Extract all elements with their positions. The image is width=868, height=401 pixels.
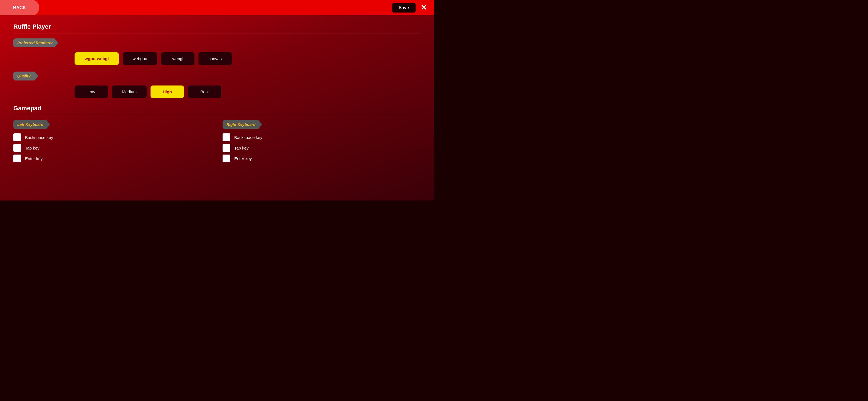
left-enter-label: Enter key — [25, 156, 42, 161]
quality-option-low[interactable]: Low — [74, 85, 108, 98]
top-right-buttons: Save ✕ — [392, 2, 430, 13]
right-keyboard-col: Right Keyboard Backspace key Tab key Ent… — [223, 120, 421, 165]
quality-option-high[interactable]: High — [151, 85, 184, 98]
left-tab-key-item: Tab key — [13, 144, 211, 152]
ruffle-player-divider — [13, 33, 421, 33]
right-tab-checkbox[interactable] — [223, 144, 230, 152]
right-backspace-checkbox[interactable] — [223, 134, 230, 141]
quality-option-best[interactable]: Best — [188, 85, 221, 98]
quality-option-medium[interactable]: Medium — [112, 85, 147, 98]
quality-options-row: Low Medium High Best — [13, 85, 421, 98]
save-button[interactable]: Save — [392, 3, 416, 12]
renderer-option-wgpu-webgl[interactable]: wgpu-webgl — [74, 52, 119, 65]
ruffle-player-section: Ruffle Player Preferred Renderer wgpu-we… — [13, 23, 421, 98]
gamepad-title: Gamepad — [13, 105, 421, 112]
left-enter-key-item: Enter key — [13, 154, 211, 162]
main-content: Ruffle Player Preferred Renderer wgpu-we… — [0, 15, 434, 200]
ruffle-player-title: Ruffle Player — [13, 23, 421, 30]
left-keyboard-label: Left Keyboard — [13, 120, 50, 129]
left-backspace-checkbox[interactable] — [13, 134, 21, 141]
gamepad-section: Gamepad Left Keyboard Backspace key Tab … — [13, 105, 421, 165]
left-enter-checkbox[interactable] — [13, 154, 21, 162]
renderer-option-webgl[interactable]: webgl — [161, 52, 194, 65]
left-tab-label: Tab key — [25, 146, 39, 150]
right-enter-key-item: Enter key — [223, 154, 421, 162]
close-button[interactable]: ✕ — [418, 2, 430, 13]
left-backspace-label: Backspace key — [25, 135, 53, 140]
left-keyboard-col: Left Keyboard Backspace key Tab key Ente… — [13, 120, 211, 165]
preferred-renderer-label: Preferred Renderer — [13, 38, 58, 47]
keyboard-row: Left Keyboard Backspace key Tab key Ente… — [13, 120, 421, 165]
renderer-options-row: wgpu-webgl webgpu webgl canvas — [13, 52, 421, 65]
quality-label: Quality — [13, 71, 38, 81]
right-enter-label: Enter key — [234, 156, 252, 161]
left-backspace-key-item: Backspace key — [13, 134, 211, 141]
right-tab-label: Tab key — [234, 146, 249, 150]
right-backspace-key-item: Backspace key — [223, 134, 421, 141]
renderer-option-canvas[interactable]: canvas — [198, 52, 232, 65]
left-tab-checkbox[interactable] — [13, 144, 21, 152]
right-enter-checkbox[interactable] — [223, 154, 230, 162]
right-keyboard-label: Right Keyboard — [223, 120, 262, 129]
right-backspace-label: Backspace key — [234, 135, 262, 140]
top-bar: BACK Save ✕ — [0, 0, 434, 15]
renderer-option-webgpu[interactable]: webgpu — [123, 52, 157, 65]
gamepad-divider — [13, 115, 421, 115]
back-button[interactable]: BACK — [0, 0, 39, 15]
right-tab-key-item: Tab key — [223, 144, 421, 152]
